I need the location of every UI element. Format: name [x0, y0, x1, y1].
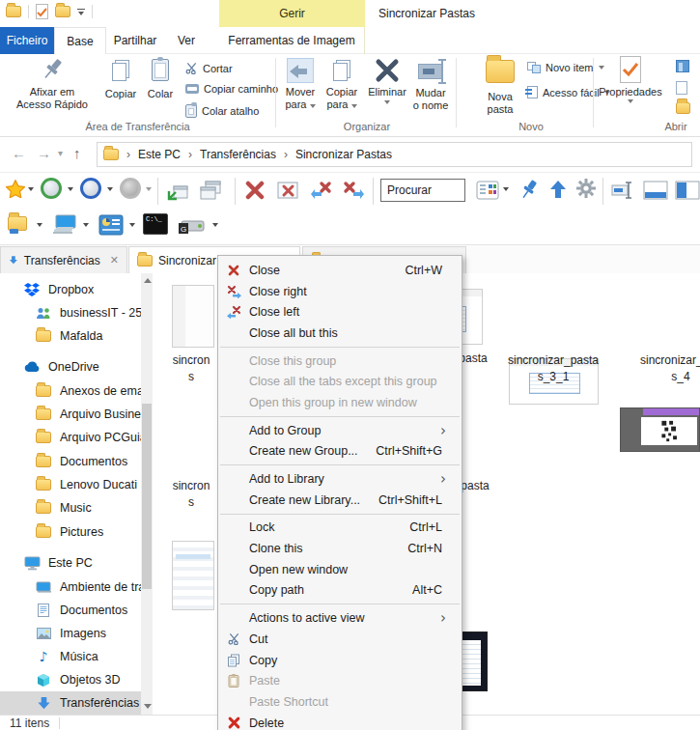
up-button[interactable]: ↑ [73, 145, 81, 161]
sidebar-item-este-pc[interactable]: Este PC [0, 551, 141, 575]
sidebar-item-pictures[interactable]: Pictures [0, 520, 141, 544]
menu-item-copy[interactable]: Copy [218, 650, 462, 671]
sidebar-item-documentos-onedrive[interactable]: Documentos [0, 450, 141, 473]
menu-item-close-all-but-this[interactable]: Close all but this [218, 323, 462, 344]
sidebar-item-businessit[interactable]: businessIT - 25 - [0, 301, 141, 324]
sidebar-item-onedrive[interactable]: OneDrive [0, 355, 141, 379]
sidebar-item-imagens[interactable]: Imagens [0, 622, 141, 645]
copy-button[interactable]: Copiar [100, 56, 141, 100]
options-gear-button[interactable] [575, 178, 597, 199]
menu-item-actions-active-view[interactable]: Actions to active view › [218, 607, 462, 629]
sidebar-item-transferencias[interactable]: Transferências [0, 691, 141, 715]
drive-g-caret[interactable] [212, 223, 218, 227]
scrollbar-up-arrow[interactable] [144, 278, 152, 283]
back-history-caret[interactable] [68, 187, 73, 191]
search-input[interactable] [380, 179, 465, 202]
close-right-button[interactable] [342, 180, 365, 201]
menu-item-create-new-group[interactable]: Create new Group... Ctrl+Shift+G [218, 441, 462, 463]
paste-shortcut-button[interactable]: Colar atalho [185, 104, 259, 118]
menu-item-clone-this[interactable]: Clone this Ctrl+N [218, 538, 462, 559]
sidebar-item-arquivo-pcguia[interactable]: Arquivo PCGuia [0, 426, 141, 449]
sidebar-item-lenovo[interactable]: Lenovo Ducati P [0, 473, 141, 496]
tab-transferencias[interactable]: Transferências ✕ [0, 246, 127, 274]
open-edit-button[interactable] [676, 81, 687, 95]
recent-caret[interactable] [146, 187, 152, 191]
view-style-caret[interactable] [503, 187, 509, 191]
forward-history-globe-button[interactable] [80, 178, 101, 199]
sidebar-item-musica[interactable]: ♪ Música [0, 645, 141, 668]
computer-launcher-button[interactable] [52, 213, 77, 237]
menu-item-close-right[interactable]: Close right [218, 281, 462, 302]
forward-history-caret[interactable] [107, 187, 113, 191]
go-up-button[interactable] [548, 179, 568, 200]
sidebar-item-ambiente[interactable]: Ambiente de tra [0, 576, 141, 599]
qat-folder2-icon[interactable] [55, 6, 70, 17]
qat-properties-icon[interactable] [36, 4, 48, 19]
tab-ficheiro[interactable]: Ficheiro [0, 27, 54, 54]
back-button[interactable]: ← [12, 145, 26, 161]
open-history-button[interactable] [676, 102, 690, 114]
move-to-button[interactable]: Moverpara [281, 56, 320, 111]
paste-button[interactable]: Colar [143, 56, 178, 100]
close-left-button[interactable] [310, 180, 333, 201]
tab-base[interactable]: Base [54, 27, 106, 54]
properties-button[interactable]: Propriedades [601, 56, 660, 103]
folder-launcher-button[interactable] [8, 216, 27, 235]
close-window-button[interactable] [276, 180, 299, 201]
menu-item-open-new-window[interactable]: Open new window [218, 559, 462, 580]
copy-to-button[interactable]: Copiarpara [322, 56, 362, 111]
crumb-sincronizar-pastas[interactable]: Sincronizar Pastas [295, 148, 392, 161]
file-label-4[interactable]: sincronizar_pass_4 [618, 352, 700, 385]
favorites-star-button[interactable] [6, 180, 25, 198]
clone-window-button[interactable] [199, 179, 222, 202]
open-new-window-button[interactable] [166, 179, 189, 202]
recent-globe-button[interactable] [120, 178, 141, 199]
side-pane-button[interactable] [675, 181, 700, 200]
computer-launcher-caret[interactable] [83, 223, 89, 227]
control-panel-button[interactable] [98, 214, 124, 236]
drive-g-button[interactable]: G [178, 215, 205, 235]
file-label-3[interactable]: sincronizar_pastas_3_1 [497, 352, 609, 385]
sidebar-item-mafalda[interactable]: Mafalda [0, 324, 141, 348]
new-folder-button[interactable]: Novapasta [479, 56, 521, 116]
menu-item-add-to-group[interactable]: Add to Group › [218, 420, 462, 441]
pin-tab-button[interactable] [518, 178, 540, 201]
sidebar-item-objetos-3d[interactable]: Objetos 3D [0, 668, 141, 691]
folder-launcher-caret[interactable] [37, 223, 42, 227]
delete-button[interactable]: Eliminar [365, 56, 409, 104]
menu-item-add-to-library[interactable]: Add to Library › [218, 468, 462, 490]
pin-quick-access-button[interactable]: Afixar emAcesso Rápido [8, 56, 97, 111]
command-prompt-button[interactable]: C:\_ [143, 213, 168, 235]
tab-partilhar[interactable]: Partilhar [106, 27, 164, 54]
tab-ferramentas-imagem[interactable]: Ferramentas de Imagem [219, 27, 365, 54]
scrollbar-down-arrow[interactable] [144, 704, 152, 709]
rename-tool-button[interactable] [611, 181, 634, 200]
recent-locations-chevron[interactable]: ▾ [58, 148, 63, 158]
rename-button[interactable]: Mudaro nome [409, 56, 452, 112]
breadcrumb[interactable]: › Este PC › Transferências › Sincronizar… [97, 142, 692, 167]
sidebar-item-music[interactable]: Music [0, 496, 141, 519]
crumb-transferencias[interactable]: Transferências [200, 148, 276, 161]
tab-close-icon[interactable]: ✕ [110, 254, 119, 267]
file-thumbnail-4[interactable] [620, 407, 700, 452]
easy-access-button[interactable]: Acesso fácil [527, 86, 610, 98]
menu-item-copy-path[interactable]: Copy path Alt+C [218, 580, 462, 602]
file-thumbnail-5[interactable] [172, 541, 214, 610]
control-panel-caret[interactable] [129, 223, 135, 227]
sidebar-item-dropbox[interactable]: Dropbox [0, 278, 141, 301]
favorites-caret[interactable] [28, 187, 34, 191]
open-media-button[interactable] [676, 60, 689, 72]
menu-item-lock[interactable]: Lock Ctrl+L [218, 518, 462, 539]
close-tab-button[interactable] [244, 180, 266, 201]
contextual-tab-header[interactable]: Gerir [219, 0, 365, 27]
sidebar-item-arquivo-business[interactable]: Arquivo Busines [0, 403, 141, 426]
back-history-globe-button[interactable] [41, 178, 62, 199]
file-thumbnail-1[interactable] [172, 285, 214, 348]
menu-item-delete[interactable]: Delete [218, 713, 462, 730]
preview-pane-bottom-button[interactable] [643, 181, 668, 200]
qat-folder-icon[interactable] [6, 6, 21, 17]
crumb-este-pc[interactable]: Este PC [138, 148, 181, 161]
forward-button[interactable]: → [37, 145, 51, 161]
menu-item-cut[interactable]: Cut [218, 629, 462, 650]
sidebar-item-documentos[interactable]: Documentos [0, 599, 141, 622]
